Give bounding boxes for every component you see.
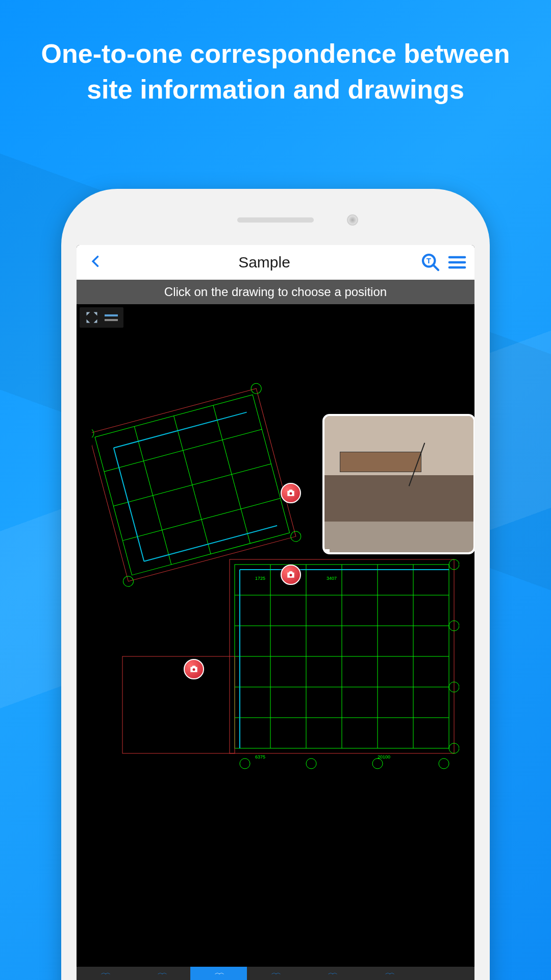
svg-line-12 xyxy=(213,405,250,543)
photo-pin[interactable] xyxy=(281,565,301,585)
phone-speaker xyxy=(237,217,314,223)
tool-camera[interactable]: ︿︿ xyxy=(190,967,247,980)
svg-text:1725: 1725 xyxy=(255,576,265,581)
tool-settings[interactable] xyxy=(418,967,474,980)
phone-frame: Sample T Click on the drawing to choose … xyxy=(61,189,490,980)
svg-point-42 xyxy=(372,758,383,769)
svg-text:20100: 20100 xyxy=(378,754,390,760)
promo-headline: One-to-one correspondence be­tween site … xyxy=(0,0,551,107)
line-style-button[interactable] xyxy=(104,310,118,325)
canvas-corner-tools xyxy=(80,307,123,328)
app-bar: Sample T xyxy=(77,245,474,280)
svg-point-40 xyxy=(240,758,250,769)
site-photo xyxy=(324,416,473,552)
svg-line-1 xyxy=(433,265,438,270)
camera-icon xyxy=(189,664,199,674)
back-button[interactable] xyxy=(84,251,108,275)
line-style-icon xyxy=(105,314,118,316)
drawing-canvas[interactable]: 17253407 637520100 xyxy=(77,304,474,967)
chevron-up-icon: ︿︿ xyxy=(158,969,166,976)
bottom-toolbar: ︿︿ ︿︿ ︿︿ ︿︿ ︿︿ ︿︿ xyxy=(77,967,474,980)
svg-text:3407: 3407 xyxy=(327,576,337,581)
svg-point-49 xyxy=(290,574,292,576)
svg-point-48 xyxy=(290,492,292,495)
photo-pin[interactable] xyxy=(184,659,204,679)
chevron-up-icon: ︿︿ xyxy=(328,969,336,976)
svg-point-17 xyxy=(92,427,95,439)
hint-bar: Click on the drawing to choose a positio… xyxy=(77,280,474,304)
tool-layers[interactable]: ︿︿ xyxy=(247,967,304,980)
svg-point-50 xyxy=(193,668,195,671)
tool-layout[interactable]: ︿︿ xyxy=(304,967,361,980)
app-screen: Sample T Click on the drawing to choose … xyxy=(77,245,474,980)
tool-edit[interactable]: ︿︿ xyxy=(77,967,133,980)
svg-rect-13 xyxy=(92,388,296,581)
photo-preview-callout[interactable] xyxy=(322,414,474,554)
camera-icon xyxy=(286,488,296,498)
page-title: Sample xyxy=(114,254,414,271)
search-icon: T xyxy=(420,252,441,273)
tool-toolbox[interactable]: ︿︿ xyxy=(361,967,417,980)
photo-pin[interactable] xyxy=(281,483,301,503)
svg-line-14 xyxy=(114,412,247,448)
svg-line-11 xyxy=(174,416,211,554)
chevron-up-icon: ︿︿ xyxy=(385,969,393,976)
svg-text:6375: 6375 xyxy=(255,754,265,760)
chevron-left-icon xyxy=(89,254,103,268)
phone-front-camera xyxy=(347,214,358,226)
chevron-up-icon: ︿︿ xyxy=(101,969,109,976)
svg-line-16 xyxy=(144,526,277,561)
chevron-up-icon: ︿︿ xyxy=(271,969,280,976)
svg-text:T: T xyxy=(427,256,431,265)
fullscreen-icon xyxy=(85,310,99,325)
tool-measure[interactable]: ︿︿ xyxy=(133,967,190,980)
svg-point-41 xyxy=(306,758,316,769)
hamburger-icon xyxy=(447,252,467,273)
camera-icon xyxy=(286,570,296,580)
svg-rect-33 xyxy=(122,656,235,753)
chevron-up-icon: ︿︿ xyxy=(215,969,223,976)
svg-point-43 xyxy=(439,758,449,769)
menu-button[interactable] xyxy=(447,252,467,273)
search-button[interactable]: T xyxy=(420,252,441,273)
fullscreen-button[interactable] xyxy=(85,310,99,325)
